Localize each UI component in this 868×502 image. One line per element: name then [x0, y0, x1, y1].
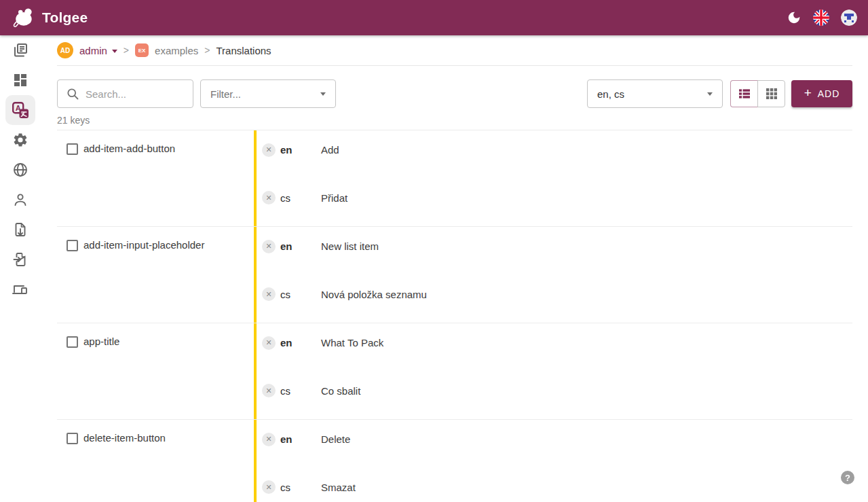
question-mark-icon: ? — [845, 473, 850, 483]
row-checkbox[interactable] — [67, 240, 78, 251]
app-bar: Tolgee — [0, 0, 868, 35]
translation-cell[interactable]: ✕ cs Přidat — [257, 179, 852, 227]
translation-cell[interactable]: ✕ en What To Pack — [257, 323, 852, 372]
key-name[interactable]: add-item-add-button — [83, 130, 254, 226]
translation-state-x-icon[interactable]: ✕ — [262, 287, 276, 301]
sidebar-item-integrate[interactable] — [5, 274, 35, 304]
search-input[interactable] — [86, 88, 174, 100]
search-input-wrapper — [57, 79, 193, 108]
project-menu-sidebar: A — [0, 35, 41, 502]
translation-state-x-icon[interactable]: ✕ — [262, 384, 276, 397]
language-code: cs — [280, 192, 321, 204]
translation-state-x-icon[interactable]: ✕ — [262, 240, 276, 253]
translation-state-x-icon[interactable]: ✕ — [262, 143, 276, 157]
breadcrumb-separator: > — [124, 45, 129, 56]
sidebar-item-translations[interactable]: A — [5, 95, 35, 125]
language-code: en — [280, 433, 321, 445]
row-checkbox[interactable] — [67, 433, 78, 444]
filter-select[interactable]: Filter... — [200, 79, 336, 108]
translation-cell[interactable]: ✕ cs Nová položka seznamu — [257, 275, 852, 323]
globe-icon — [12, 162, 29, 178]
export-icon — [12, 221, 29, 238]
dashboard-icon — [12, 72, 29, 88]
translation-cell[interactable]: ✕ en Delete — [257, 420, 852, 468]
translation-text: Nová položka seznamu — [321, 289, 427, 300]
breadcrumb-separator: > — [204, 45, 210, 56]
add-key-button-label: ADD — [818, 88, 840, 99]
grid-view-button[interactable] — [757, 80, 785, 107]
sidebar-item-dashboard[interactable] — [5, 65, 35, 95]
chevron-down-icon — [112, 50, 117, 53]
projects-icon — [12, 42, 29, 58]
translation-text: What To Pack — [321, 337, 383, 348]
language-flag-icon[interactable] — [813, 10, 829, 26]
help-button[interactable]: ? — [841, 471, 854, 484]
language-code: cs — [280, 482, 321, 493]
translation-cell[interactable]: ✕ cs Smazat — [257, 468, 852, 502]
translation-cell[interactable]: ✕ cs Co sbalit — [257, 372, 852, 420]
dark-mode-moon-icon[interactable] — [787, 10, 801, 25]
translation-state-x-icon[interactable]: ✕ — [262, 191, 276, 204]
sidebar-item-settings[interactable] — [5, 125, 35, 155]
user-avatar[interactable] — [841, 10, 857, 26]
list-view-button[interactable] — [730, 80, 758, 107]
sidebar-item-languages[interactable] — [5, 155, 35, 185]
sidebar-item-projects[interactable] — [5, 35, 35, 65]
translations-cell-group: ✕ en Delete ✕ cs Smazat — [254, 420, 852, 502]
table-row: add-item-add-button ✕ en Add ✕ cs Přidat — [57, 130, 852, 227]
breadcrumb: AD admin > EX examples > Translations — [57, 35, 852, 66]
key-name[interactable]: add-item-input-placeholder — [83, 227, 254, 323]
devices-icon — [12, 281, 29, 298]
row-checkbox[interactable] — [67, 336, 78, 348]
search-icon — [66, 87, 79, 101]
breadcrumb-org-label: admin — [79, 45, 107, 56]
translations-cell-group: ✕ en Add ✕ cs Přidat — [254, 130, 852, 226]
translations-table: add-item-add-button ✕ en Add ✕ cs Přidat… — [57, 130, 852, 502]
languages-select-value: en, cs — [597, 88, 624, 100]
main-content: AD admin > EX examples > Translations Fi… — [41, 35, 868, 502]
import-icon — [12, 251, 29, 268]
chevron-down-icon — [320, 92, 326, 96]
project-avatar[interactable]: EX — [135, 43, 149, 57]
key-name[interactable]: app-title — [83, 323, 254, 419]
translation-cell[interactable]: ✕ en Add — [257, 130, 852, 179]
translation-state-x-icon[interactable]: ✕ — [262, 336, 276, 350]
translation-text: Přidat — [321, 192, 347, 204]
language-code: en — [280, 144, 321, 156]
language-code: cs — [280, 385, 321, 397]
view-toggle-group — [730, 80, 785, 107]
breadcrumb-org-menu[interactable]: admin — [79, 45, 117, 56]
language-code: en — [280, 240, 321, 252]
language-code: cs — [280, 289, 321, 300]
language-code: en — [280, 337, 321, 348]
translations-cell-group: ✕ en What To Pack ✕ cs Co sbalit — [254, 323, 852, 419]
chevron-down-icon — [707, 92, 713, 96]
sidebar-item-import[interactable] — [5, 245, 35, 274]
table-row: delete-item-button ✕ en Delete ✕ cs Smaz… — [57, 420, 852, 502]
row-checkbox[interactable] — [67, 143, 78, 155]
gear-icon — [12, 132, 29, 148]
app-title[interactable]: Tolgee — [42, 10, 88, 26]
translation-state-x-icon[interactable]: ✕ — [262, 480, 276, 494]
org-avatar[interactable]: AD — [57, 42, 73, 58]
translation-state-x-icon[interactable]: ✕ — [262, 433, 276, 446]
grid-view-icon — [765, 87, 778, 101]
add-key-button[interactable]: + ADD — [791, 80, 852, 107]
translations-cell-group: ✕ en New list item ✕ cs Nová položka sez… — [254, 227, 852, 323]
table-row: app-title ✕ en What To Pack ✕ cs Co sbal… — [57, 323, 852, 420]
list-view-icon — [738, 87, 751, 101]
translation-text: Smazat — [321, 482, 356, 493]
filter-select-value: Filter... — [210, 88, 241, 100]
sidebar-item-members[interactable] — [5, 185, 35, 215]
tolgee-mouse-logo[interactable] — [11, 7, 35, 29]
translations-toolbar: Filter... en, cs — [57, 79, 852, 108]
person-icon — [12, 192, 29, 208]
languages-select[interactable]: en, cs — [587, 79, 723, 108]
key-name[interactable]: delete-item-button — [83, 420, 254, 502]
translation-text: New list item — [321, 240, 379, 252]
breadcrumb-page-label: Translations — [216, 45, 271, 56]
translation-text: Delete — [321, 433, 350, 445]
translation-cell[interactable]: ✕ en New list item — [257, 227, 852, 275]
breadcrumb-project-label[interactable]: examples — [155, 45, 198, 56]
sidebar-item-export[interactable] — [5, 215, 35, 245]
